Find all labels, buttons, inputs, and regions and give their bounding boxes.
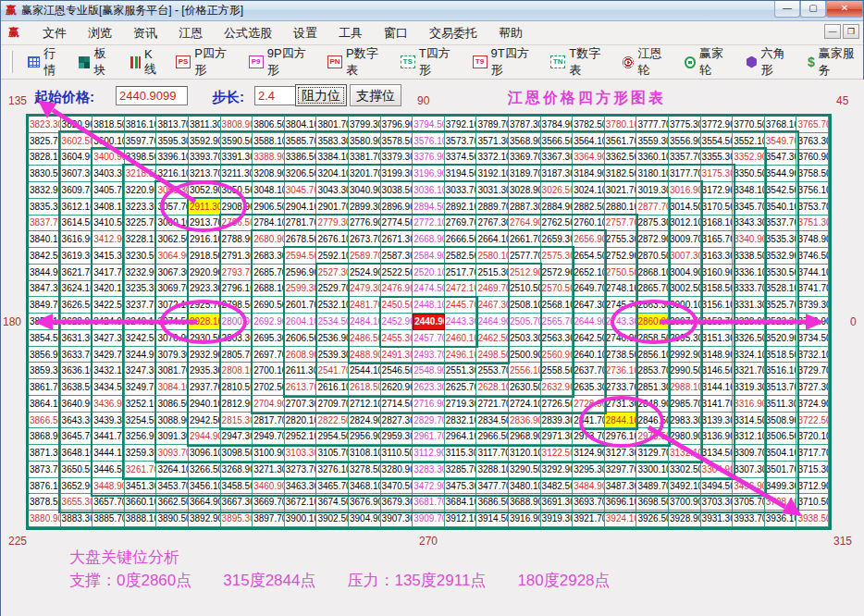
grid-cell: 2887.30: [509, 199, 541, 216]
toolbar-item-P数字表[interactable]: PNP数字表: [327, 45, 388, 79]
grid-cell: 3357.70: [669, 150, 701, 166]
grid-cell: 2748.10: [605, 281, 637, 298]
grid-cell: 2500.90: [509, 347, 541, 363]
support-button[interactable]: 支撑位: [350, 84, 401, 106]
title-bar[interactable]: 赢 赢家江恩专业版[赢家服务平台] - [价格正方形] — ▢ ✕: [1, 1, 863, 21]
toolbar-item-板块[interactable]: 板块: [79, 45, 116, 79]
toolbar-item-六角形[interactable]: 六角形: [746, 45, 795, 79]
grid-cell: 2460.10: [445, 330, 477, 347]
toolbar-item-赢家轮[interactable]: 赢家轮: [685, 45, 734, 79]
resistance-button[interactable]: 阻力位: [295, 84, 347, 106]
toolbar-item-9P四方形[interactable]: P99P四方形: [249, 45, 315, 79]
toolbar-item-T四方形[interactable]: TST四方形: [401, 45, 460, 79]
menu-item-资讯[interactable]: 资讯: [130, 23, 160, 43]
grid-cell: 2952.10: [285, 428, 317, 445]
grid-cell: 2846.50: [636, 413, 669, 429]
menu-item-工具[interactable]: 工具: [336, 23, 365, 43]
grid-cell: 3314.50: [733, 413, 765, 429]
grid-cell: 3492.10: [669, 478, 701, 495]
grid-cell: 2920.90: [189, 265, 221, 281]
grid-cell: 3852.10: [29, 314, 61, 330]
grid-cell: 3844.90: [29, 265, 61, 281]
mdi-minimize-button[interactable]: —: [824, 24, 841, 39]
grid-cell: 3499.30: [765, 478, 797, 495]
toolbar-item-9T四方形[interactable]: T99T四方形: [473, 45, 538, 79]
grid-cell: 2824.90: [349, 413, 381, 429]
grid-cell: 3842.50: [29, 248, 61, 265]
start-price-input[interactable]: 2440.9099: [116, 86, 188, 105]
grid-cell: 3360.10: [636, 150, 669, 166]
grid-cell: 3244.90: [125, 347, 157, 363]
grid-cell: 3811.30: [189, 117, 221, 133]
grid-cell: 3285.70: [445, 462, 477, 478]
grid-cell: 3355.30: [701, 150, 734, 166]
menu-item-窗口[interactable]: 窗口: [381, 23, 411, 43]
grid-cell: 3542.50: [765, 182, 797, 199]
grid-cell: 3391.30: [221, 150, 253, 166]
menu-item-帮助[interactable]: 帮助: [496, 23, 525, 43]
grid-cell: 3688.90: [509, 494, 541, 511]
grid-cell: 3187.30: [541, 166, 574, 182]
close-button[interactable]: ✕: [826, 1, 863, 18]
grid-cell: 3429.70: [93, 347, 125, 363]
grid-cell: 3748.90: [796, 231, 829, 248]
grid-cell: 3645.70: [61, 428, 93, 445]
grid-cell: 2474.50: [413, 281, 445, 298]
grid-cell: 3055.30: [156, 182, 189, 199]
toolbar-item-T数字表[interactable]: TNT数字表: [550, 45, 610, 79]
grid-cell: 3888.10: [125, 511, 157, 527]
menu-item-公式选股[interactable]: 公式选股: [221, 23, 275, 43]
grid-cell: 3237.70: [125, 297, 157, 314]
grid-cell: 3885.70: [93, 511, 125, 527]
toolbar-item-江恩轮[interactable]: 江恩轮: [623, 45, 672, 79]
grid-cell: 2796.10: [221, 281, 253, 298]
grid-cell: 3100.90: [253, 445, 285, 462]
grid-cell: 3396.10: [156, 150, 189, 166]
grid-cell: 3232.90: [125, 265, 157, 281]
menu-item-交易委托[interactable]: 交易委托: [426, 23, 480, 43]
grid-cell: 3871.30: [29, 445, 61, 462]
angle-label-225: 225: [8, 535, 27, 548]
grid-cell: 3175.30: [701, 166, 734, 182]
market-grid-icon: [28, 56, 40, 68]
toolbar-item-label: 六角形: [761, 45, 795, 79]
toolbar-item-行情[interactable]: 行情: [28, 45, 66, 79]
toolbar-item-K线[interactable]: K线: [130, 47, 163, 78]
grid-cell: 3074.50: [156, 314, 189, 330]
grid-cell: 2851.30: [636, 379, 669, 396]
menu-item-浏览[interactable]: 浏览: [85, 23, 115, 43]
grid-cell: 2568.10: [541, 297, 574, 314]
grid-cell: 3326.50: [733, 330, 765, 347]
grid-cell: 3309.70: [733, 445, 765, 462]
grid-cell: 3379.30: [381, 150, 413, 166]
menu-item-江恩[interactable]: 江恩: [176, 23, 205, 43]
grid-cell: 2613.70: [285, 379, 317, 396]
grid-cell: 2688.10: [253, 281, 285, 298]
grid-cell: 2534.50: [316, 314, 349, 330]
minimize-button[interactable]: —: [774, 1, 800, 18]
grid-cell: 2856.10: [636, 347, 669, 363]
grid-cell: 3660.10: [125, 494, 157, 511]
menu-item-文件[interactable]: 文件: [40, 23, 69, 43]
grid-cell: 2577.70: [509, 248, 541, 265]
grid-cell: 2457.70: [413, 330, 445, 347]
grid-cell: 3789.70: [476, 117, 509, 133]
grid-cell: 3525.70: [765, 297, 797, 314]
grid-cell: 2505.70: [509, 314, 541, 330]
toolbar-item-赢家服务[interactable]: $赢家服务: [808, 45, 863, 79]
grid-cell: 2764.90: [509, 216, 541, 232]
grid-cell: 2743.30: [605, 314, 637, 330]
grid-cell: 3808.90: [221, 117, 253, 133]
toolbar-grip: [10, 51, 13, 73]
grid-cell: 2889.70: [476, 199, 509, 216]
grid-cell: 3816.10: [125, 117, 157, 133]
toolbar-item-P四方形[interactable]: PSP四方形: [176, 45, 236, 79]
grid-cell: 2527.30: [316, 265, 349, 281]
grid-cell: 2611.30: [285, 363, 317, 379]
maximize-button[interactable]: ▢: [800, 1, 826, 18]
menu-item-设置[interactable]: 设置: [290, 23, 320, 43]
grid-cell: 2817.70: [253, 413, 285, 429]
grid-cell: 3177.70: [669, 166, 701, 182]
grid-cell: 2863.30: [636, 297, 669, 314]
mdi-restore-button[interactable]: ❐: [843, 24, 859, 39]
